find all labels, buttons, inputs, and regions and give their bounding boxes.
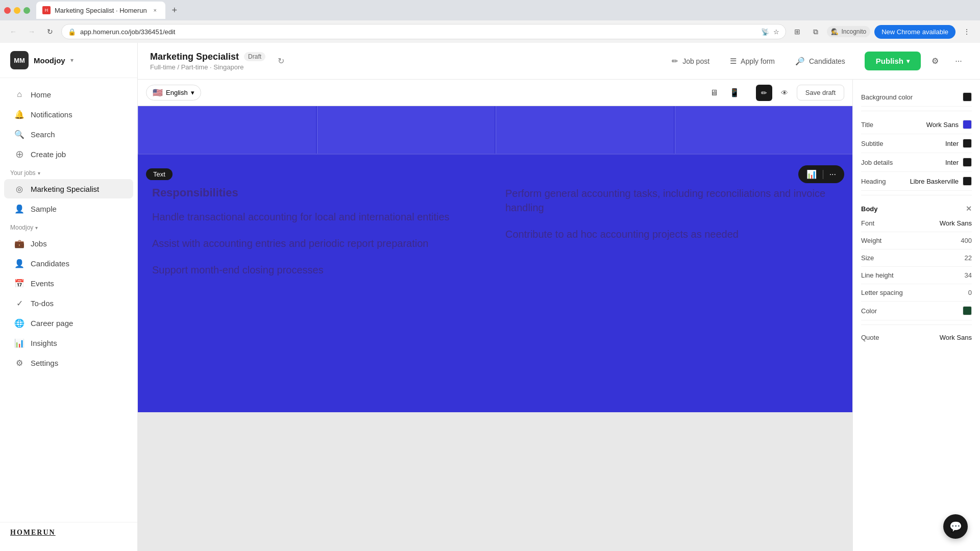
bg-color-swatch[interactable] <box>963 92 972 102</box>
panel-row-subtitle: Subtitle Inter <box>861 134 972 153</box>
edit-mode-button[interactable]: ✏ <box>756 85 772 101</box>
chart-icon[interactable]: 📊 <box>804 168 819 180</box>
sidebar-item-sample[interactable]: 👤 Sample <box>4 199 133 218</box>
bookmark-icon[interactable]: ☆ <box>773 28 779 36</box>
browser-chrome: H Marketing Specialist · Homerun × + ← →… <box>0 0 980 43</box>
sidebar-item-create-job[interactable]: ⊕ Create job <box>4 144 133 164</box>
weight-label: Weight <box>861 237 951 244</box>
incognito-label: Incognito <box>842 28 867 35</box>
brand-name: Moodjoy <box>34 56 65 65</box>
header-settings-button[interactable]: ⚙ <box>926 52 944 70</box>
header-col-4 <box>675 106 853 154</box>
tab-apply-form[interactable]: ☰ Apply form <box>721 53 784 70</box>
panel-row-line-height: Line height 34 <box>861 267 972 284</box>
sidebar-item-career-page[interactable]: 🌐 Career page <box>4 313 133 333</box>
panel-row-letter-spacing: Letter spacing 0 <box>861 284 972 302</box>
header-col-1 <box>138 106 316 154</box>
back-button[interactable]: ← <box>6 24 20 39</box>
sidebar-item-settings[interactable]: ⚙ Settings <box>4 353 133 372</box>
new-tab-button[interactable]: + <box>167 3 182 17</box>
address-bar[interactable]: 🔒 app.homerun.co/job/336451/edit 📡 ☆ <box>61 24 786 39</box>
text-block-badge[interactable]: Text <box>146 168 173 180</box>
forward-button[interactable]: → <box>24 24 39 39</box>
reload-button[interactable]: ↻ <box>43 24 57 39</box>
address-bar-icons: 📡 ☆ <box>761 28 779 36</box>
desktop-view-button[interactable]: 🖥 <box>705 84 723 102</box>
heading-font-value: Libre Baskerville <box>910 178 959 185</box>
sidebar-item-jobs[interactable]: 💼 Jobs <box>4 234 133 253</box>
preview-mode-button[interactable]: 👁 <box>776 85 793 101</box>
right-panel: Background color Title Work Sans Subtitl… <box>852 80 980 551</box>
sidebar-brand[interactable]: MM Moodjoy ▾ <box>0 51 137 78</box>
browser-menu-button[interactable]: ⋮ <box>960 24 974 39</box>
close-button[interactable] <box>4 7 11 14</box>
header-nav-tabs: ✏ Job post ☰ Apply form 🔎 Candidates <box>663 53 854 70</box>
browser-extensions-button[interactable]: ⊞ <box>790 24 804 39</box>
url-text: app.homerun.co/job/336451/edit <box>80 28 175 36</box>
avatar: MM <box>10 51 29 69</box>
job-details-color-swatch[interactable] <box>963 158 972 167</box>
maximize-button[interactable] <box>23 7 30 14</box>
body-color-swatch[interactable] <box>963 306 972 315</box>
publish-button[interactable]: Publish ▾ <box>865 52 921 70</box>
save-draft-button[interactable]: Save draft <box>797 85 844 101</box>
font-label: Font <box>861 219 936 227</box>
notifications-icon: 🔔 <box>14 109 24 119</box>
panel-row-size: Size 22 <box>861 249 972 267</box>
language-selector[interactable]: 🇺🇸 English ▾ <box>146 85 201 101</box>
sidebar-item-search[interactable]: 🔍 Search <box>4 124 133 144</box>
header-col-3 <box>496 106 674 154</box>
subtitle-color-swatch[interactable] <box>963 139 972 148</box>
chat-widget-button[interactable]: 💬 <box>943 514 968 539</box>
title-color-swatch[interactable] <box>963 120 972 129</box>
sidebar-item-notifications[interactable]: 🔔 Notifications <box>4 105 133 124</box>
tab-close-button[interactable]: × <box>151 6 159 14</box>
sidebar-item-marketing-specialist[interactable]: ◎ Marketing Specialist <box>4 179 133 198</box>
publish-label: Publish <box>876 57 903 65</box>
lock-icon: 🔒 <box>68 28 76 36</box>
job-details-font-value: Inter <box>945 159 959 166</box>
sidebar-item-candidates[interactable]: 👤 Candidates <box>4 254 133 273</box>
app-wrapper: MM Moodjoy ▾ ⌂ Home 🔔 Notifications 🔍 Se… <box>0 43 980 551</box>
browser-nav: ← → ↻ 🔒 app.homerun.co/job/336451/edit 📡… <box>0 20 980 43</box>
header-more-button[interactable]: ··· <box>949 52 968 70</box>
content-heading: Responsibilities <box>152 186 485 199</box>
job-details-font-label: Job details <box>861 159 941 166</box>
refresh-icon[interactable]: ↻ <box>278 56 284 66</box>
window-layout-button[interactable]: ⧉ <box>808 24 823 39</box>
create-icon: ⊕ <box>14 149 24 159</box>
jobs-icon: 💼 <box>14 238 24 248</box>
home-icon: ⌂ <box>14 89 24 99</box>
job-active-icon: ◎ <box>14 184 24 194</box>
more-options-icon[interactable]: ··· <box>827 169 838 180</box>
sidebar-label-search: Search <box>31 130 55 139</box>
sidebar-item-insights[interactable]: 📊 Insights <box>4 333 133 353</box>
mobile-view-button[interactable]: 📱 <box>725 84 744 102</box>
content-item-left-2[interactable]: Assist with accounting entries and perio… <box>152 236 485 251</box>
browser-tab-active[interactable]: H Marketing Specialist · Homerun × <box>36 2 165 19</box>
chrome-update-button[interactable]: New Chrome available <box>874 25 955 39</box>
editor-area: 🇺🇸 English ▾ 🖥 📱 ✏ 👁 Save draft <box>138 80 980 551</box>
incognito-icon: 🕵 <box>831 28 839 35</box>
todos-icon: ✓ <box>14 298 24 308</box>
header-job-title-row: Marketing Specialist Draft <box>150 52 265 62</box>
panel-row-heading: Heading Libre Baskerville <box>861 172 972 191</box>
candidates-icon: 👤 <box>14 258 24 268</box>
content-item-right-1: Perform general accounting tasks, includ… <box>505 186 838 215</box>
draft-badge: Draft <box>244 52 265 61</box>
app-header: Marketing Specialist Draft Full-time / P… <box>138 43 980 80</box>
sidebar-item-events[interactable]: 📅 Events <box>4 273 133 293</box>
panel-row-color: Color <box>861 302 972 320</box>
publish-chevron-icon: ▾ <box>906 58 910 65</box>
tab-candidates[interactable]: 🔎 Candidates <box>786 53 854 70</box>
tab-apply-form-label: Apply form <box>741 57 775 65</box>
browser-tabs: H Marketing Specialist · Homerun × + <box>36 2 182 19</box>
body-section-close-button[interactable]: ✕ <box>966 205 972 213</box>
sidebar-item-todos[interactable]: ✓ To-dos <box>4 293 133 313</box>
minimize-button[interactable] <box>14 7 20 14</box>
heading-color-swatch[interactable] <box>963 177 972 186</box>
tab-job-post[interactable]: ✏ Job post <box>663 53 719 70</box>
content-col-left: Responsibilities Handle transactional ac… <box>152 181 495 294</box>
sidebar-item-home[interactable]: ⌂ Home <box>4 85 133 104</box>
block-actions: 📊 ··· <box>798 165 844 183</box>
